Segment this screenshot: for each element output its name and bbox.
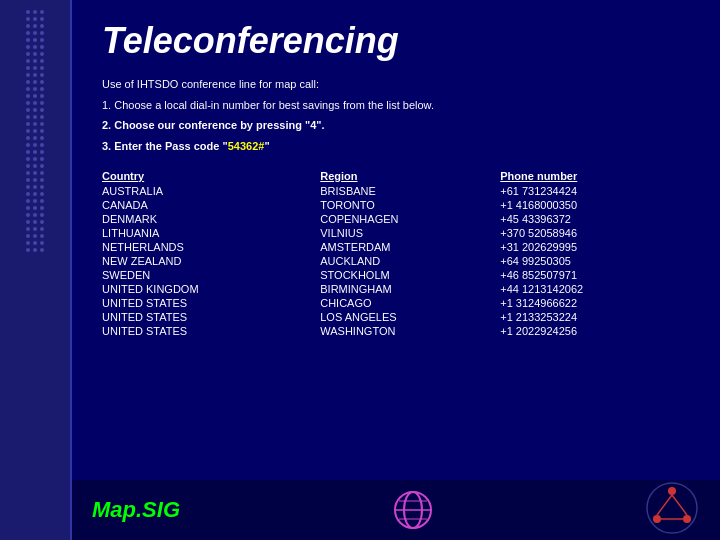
page-title: Teleconferencing bbox=[102, 20, 690, 62]
region-cell: LOS ANGELES bbox=[320, 310, 500, 324]
main-content: Teleconferencing Use of IHTSDO conferenc… bbox=[72, 0, 720, 480]
country-cell: LITHUANIA bbox=[102, 226, 320, 240]
sidebar-decoration bbox=[0, 0, 70, 252]
region-cell: BIRMINGHAM bbox=[320, 282, 500, 296]
country-cell: SWEDEN bbox=[102, 268, 320, 282]
phone-cell: +1 4168000350 bbox=[500, 198, 690, 212]
phone-cell: +45 43396372 bbox=[500, 212, 690, 226]
instruction-line-0: Use of IHTSDO conference line for map ca… bbox=[102, 76, 690, 93]
region-cell: BRISBANE bbox=[320, 184, 500, 198]
country-cell: UNITED STATES bbox=[102, 296, 320, 310]
phone-cell: +46 852507971 bbox=[500, 268, 690, 282]
svg-line-9 bbox=[672, 495, 687, 515]
phone-cell: +370 52058946 bbox=[500, 226, 690, 240]
col-region: Region bbox=[320, 168, 500, 184]
phone-cell: +1 2133253224 bbox=[500, 310, 690, 324]
table-row: CANADATORONTO+1 4168000350 bbox=[102, 198, 690, 212]
phone-cell: +31 202629995 bbox=[500, 240, 690, 254]
table-row: NETHERLANDSAMSTERDAM+31 202629995 bbox=[102, 240, 690, 254]
instruction-line-3: 3. Enter the Pass code "54362#" bbox=[102, 138, 690, 155]
bottom-bar: Map.SIG bbox=[72, 480, 720, 540]
phone-cell: +44 1213142062 bbox=[500, 282, 690, 296]
region-cell: STOCKHOLM bbox=[320, 268, 500, 282]
table-row: AUSTRALIABRISBANE+61 731234424 bbox=[102, 184, 690, 198]
instruction-line-1: 1. Choose a local dial-in number for bes… bbox=[102, 97, 690, 114]
phone-cell: +1 3124966622 bbox=[500, 296, 690, 310]
dial-in-table: Country Region Phone number AUSTRALIABRI… bbox=[102, 168, 690, 338]
svg-point-8 bbox=[653, 515, 661, 523]
country-cell: UNITED STATES bbox=[102, 310, 320, 324]
country-cell: AUSTRALIA bbox=[102, 184, 320, 198]
table-row: UNITED STATESWASHINGTON+1 2022924256 bbox=[102, 324, 690, 338]
col-country: Country bbox=[102, 168, 320, 184]
table-row: UNITED STATESCHICAGO+1 3124966622 bbox=[102, 296, 690, 310]
table-header-row: Country Region Phone number bbox=[102, 168, 690, 184]
country-cell: DENMARK bbox=[102, 212, 320, 226]
svg-point-6 bbox=[668, 487, 676, 495]
svg-point-7 bbox=[683, 515, 691, 523]
region-cell: CHICAGO bbox=[320, 296, 500, 310]
country-cell: UNITED KINGDOM bbox=[102, 282, 320, 296]
phone-cell: +64 99250305 bbox=[500, 254, 690, 268]
table-row: UNITED STATESLOS ANGELES+1 2133253224 bbox=[102, 310, 690, 324]
table-row: DENMARKCOPENHAGEN+45 43396372 bbox=[102, 212, 690, 226]
pass-code: 54362# bbox=[228, 140, 265, 152]
country-cell: CANADA bbox=[102, 198, 320, 212]
phone-cell: +61 731234424 bbox=[500, 184, 690, 198]
table-row: UNITED KINGDOMBIRMINGHAM+44 1213142062 bbox=[102, 282, 690, 296]
region-cell: AMSTERDAM bbox=[320, 240, 500, 254]
phone-cell: +1 2022924256 bbox=[500, 324, 690, 338]
table-row: NEW ZEALANDAUCKLAND+64 99250305 bbox=[102, 254, 690, 268]
region-cell: AUCKLAND bbox=[320, 254, 500, 268]
region-cell: WASHINGTON bbox=[320, 324, 500, 338]
mapsig-logo: Map.SIG bbox=[92, 497, 180, 523]
country-cell: NETHERLANDS bbox=[102, 240, 320, 254]
instruction-line-2: 2. Choose our conference by pressing "4"… bbox=[102, 117, 690, 134]
region-cell: TORONTO bbox=[320, 198, 500, 212]
col-phone: Phone number bbox=[500, 168, 690, 184]
globe-icon bbox=[388, 485, 438, 535]
region-cell: VILNIUS bbox=[320, 226, 500, 240]
table-row: LITHUANIAVILNIUS+370 52058946 bbox=[102, 226, 690, 240]
region-cell: COPENHAGEN bbox=[320, 212, 500, 226]
country-cell: NEW ZEALAND bbox=[102, 254, 320, 268]
table-row: SWEDENSTOCKHOLM+46 852507971 bbox=[102, 268, 690, 282]
network-logo-icon bbox=[645, 481, 700, 536]
svg-line-10 bbox=[657, 495, 672, 515]
country-cell: UNITED STATES bbox=[102, 324, 320, 338]
center-logo bbox=[388, 485, 438, 535]
right-logo bbox=[645, 481, 700, 540]
left-sidebar bbox=[0, 0, 72, 540]
